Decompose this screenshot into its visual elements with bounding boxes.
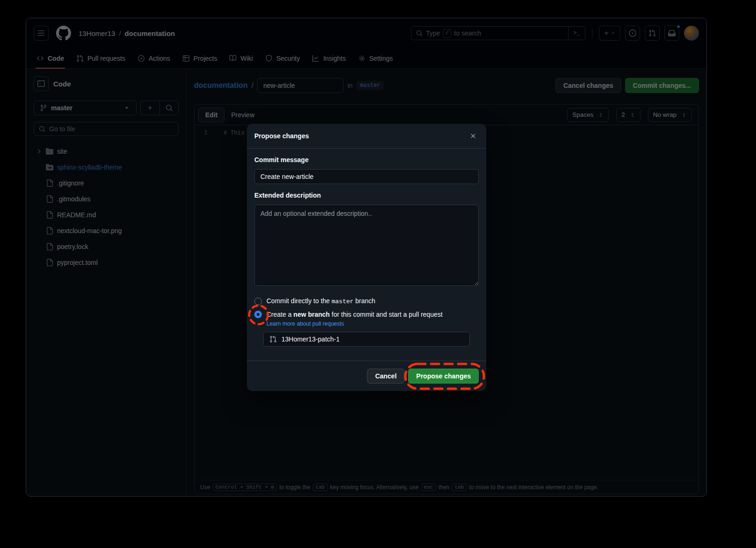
commit-directly-option[interactable]: Commit directly to the master branch [254, 297, 479, 305]
inbox-icon [668, 29, 676, 37]
go-to-file-input[interactable]: Go to file [34, 122, 179, 136]
file-breadcrumb: documentation / in master [194, 78, 384, 93]
current-branch-name: master [51, 104, 72, 112]
editor-settings: Spaces 2 No wrap [567, 108, 695, 122]
wrap-mode-select[interactable]: No wrap [648, 108, 692, 122]
repo-breadcrumb: 13Homer13 / documentation [79, 29, 175, 37]
tree-actions: + [140, 100, 179, 115]
repo-name-link[interactable]: documentation [125, 29, 175, 37]
close-button[interactable] [468, 130, 479, 142]
slash-key-chip: / [443, 29, 451, 38]
tree-item-submodule[interactable]: sphinx-scylladb-theme [34, 159, 179, 175]
tab-insights[interactable]: Insights [307, 48, 350, 68]
indent-mode-select[interactable]: Spaces [567, 108, 609, 122]
user-avatar[interactable] [684, 26, 699, 41]
breadcrumb-separator: / [119, 29, 121, 37]
folder-icon [46, 148, 57, 155]
tab-edit[interactable]: Edit [198, 107, 224, 122]
chevron-right-icon [36, 148, 46, 155]
caret-updown-icon [630, 112, 635, 118]
learn-more-link[interactable]: Learn more about pull requests [266, 320, 479, 327]
search-tree-button[interactable] [159, 101, 178, 115]
file-icon [46, 259, 57, 266]
file-tree: site sphinx-scylladb-theme .gitignore .g… [34, 143, 179, 270]
tab-wiki[interactable]: Wiki [224, 48, 257, 68]
caret-updown-icon [681, 112, 687, 118]
tab-preview[interactable]: Preview [224, 107, 261, 122]
command-palette-button[interactable]: >_ [568, 27, 585, 40]
search-icon [39, 126, 45, 132]
radio-checked[interactable] [254, 311, 262, 318]
code-line: # This [223, 130, 245, 480]
indent-size-select[interactable]: 2 [616, 108, 641, 122]
tree-item-pyproject[interactable]: pyproject.toml [34, 255, 179, 270]
extended-description-textarea[interactable] [254, 205, 479, 286]
in-label: in [347, 82, 353, 89]
gear-icon [358, 55, 366, 62]
tab-projects[interactable]: Projects [178, 48, 222, 68]
create-branch-label: Create a new branch for this commit and … [266, 311, 443, 318]
shield-icon [265, 55, 273, 62]
tab-security[interactable]: Security [260, 48, 305, 68]
search-icon [166, 104, 173, 112]
graph-icon [312, 55, 319, 62]
tree-item-readme[interactable]: README.md [34, 207, 179, 223]
tab-pull-requests[interactable]: Pull requests [72, 48, 130, 68]
table-icon [182, 55, 190, 62]
cancel-button[interactable]: Cancel [367, 369, 404, 384]
tree-item-gitmodules[interactable]: .gitmodules [34, 191, 179, 207]
commit-message-label: Commit message [254, 156, 479, 165]
tab-code[interactable]: Code [32, 48, 69, 68]
filename-input[interactable] [257, 78, 344, 93]
pull-requests-button[interactable] [645, 26, 660, 41]
pull-request-icon [269, 335, 277, 343]
file-icon [46, 227, 57, 235]
search-placeholder: Type/to search [426, 29, 481, 38]
navbar-divider [592, 28, 592, 38]
tab-actions[interactable]: Actions [133, 48, 175, 68]
tree-item-gitignore[interactable]: .gitignore [34, 175, 179, 191]
propose-changes-modal: Propose changes Commit message Extended … [247, 124, 486, 391]
kbd-esc: esc [421, 484, 436, 491]
tree-item-poetry-lock[interactable]: poetry.lock [34, 239, 179, 255]
play-icon [137, 55, 145, 62]
file-tree-sidebar: Code master + Go to file [26, 69, 187, 496]
global-search[interactable]: Type/to search >_ [411, 26, 585, 40]
file-icon [46, 195, 57, 203]
pull-request-icon [76, 55, 84, 62]
chevron-down-icon [611, 31, 615, 36]
chevron-down-icon [123, 104, 130, 112]
hamburger-menu-button[interactable] [34, 26, 49, 41]
unread-notification-dot [676, 24, 681, 29]
issue-opened-icon [629, 29, 636, 37]
navbar-left: 13Homer13 / documentation [34, 26, 175, 41]
code-icon [36, 55, 44, 62]
tree-item-site[interactable]: site [34, 143, 179, 159]
file-icon [46, 179, 57, 187]
commit-changes-button[interactable]: Commit changes... [625, 78, 699, 93]
editor-toolbar: Edit Preview Spaces 2 No wrap [194, 105, 698, 125]
github-logo[interactable] [56, 26, 71, 41]
breadcrumb-repo-link[interactable]: documentation [194, 81, 248, 90]
repo-tabnav: Code Pull requests Actions Projects Wiki… [26, 48, 706, 69]
tab-settings[interactable]: Settings [353, 48, 398, 68]
repo-owner-link[interactable]: 13Homer13 [79, 29, 115, 37]
breadcrumb-separator: / [252, 81, 253, 90]
collapse-sidebar-button[interactable] [34, 76, 49, 91]
notifications-button[interactable] [664, 26, 679, 41]
propose-changes-button[interactable]: Propose changes [408, 369, 479, 384]
commit-message-input[interactable] [254, 169, 479, 184]
branch-selector[interactable]: master [34, 100, 137, 115]
issues-button[interactable] [625, 26, 640, 41]
branch-row: master + [34, 100, 179, 115]
new-file-button[interactable]: + [141, 101, 159, 115]
cancel-changes-button[interactable]: Cancel changes [555, 78, 621, 93]
radio-unchecked[interactable] [254, 298, 262, 305]
sidebar-title: Code [53, 80, 71, 88]
kbd-control-shift-m: Control + Shift + m [213, 484, 277, 491]
editor-header: documentation / in master Cancel changes… [194, 78, 699, 93]
create-branch-option[interactable]: Create a new branch for this commit and … [254, 311, 479, 318]
create-new-button[interactable]: + [599, 26, 620, 41]
tree-item-nextcloud-png[interactable]: nextcloud-mac-tor.png [34, 223, 179, 239]
new-branch-name-input[interactable]: 13Homer13-patch-1 [263, 332, 470, 347]
